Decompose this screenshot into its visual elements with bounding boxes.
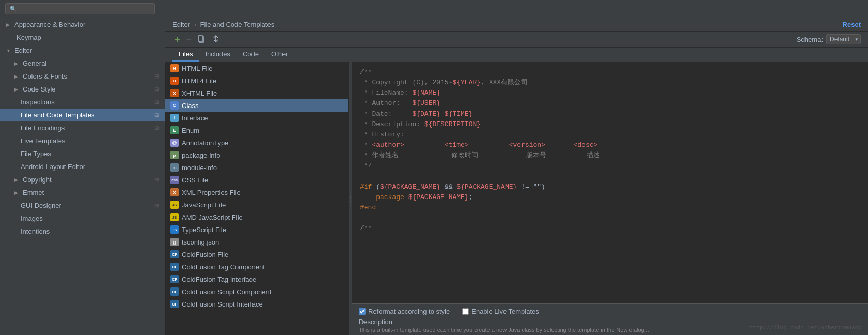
sidebar-label: File Types	[21, 150, 51, 158]
reformat-checkbox[interactable]	[359, 308, 366, 315]
reset-button[interactable]: Reset	[843, 21, 861, 28]
reformat-checkbox-label[interactable]: Reformat according to style	[359, 308, 450, 315]
tabs-bar: Files Includes Code Other	[165, 48, 868, 62]
sidebar-label: Copyright	[23, 176, 52, 184]
file-item-class[interactable]: C Class	[165, 99, 348, 112]
sidebar-item-emmet[interactable]: ▶ Emmet	[0, 186, 165, 199]
toolbar: + −	[165, 32, 868, 48]
code-line	[360, 171, 860, 181]
file-item-cf-tag-interface[interactable]: CF ColdFusion Tag Interface	[165, 273, 348, 285]
settings-icon: ⊟	[154, 203, 159, 208]
move-icon	[212, 35, 220, 43]
file-item-xhtml[interactable]: X XHTML File	[165, 87, 348, 99]
sidebar-item-images[interactable]: Images	[0, 212, 165, 225]
file-item-cf-tag-component[interactable]: CF ColdFusion Tag Component	[165, 261, 348, 273]
tab-other[interactable]: Other	[265, 48, 294, 62]
file-label: ColdFusion File	[182, 251, 228, 258]
file-icon: H	[170, 64, 179, 72]
file-icon: JS	[170, 213, 179, 221]
sidebar-label: Inspections	[21, 98, 55, 106]
tab-files[interactable]: Files	[172, 48, 199, 62]
file-label: package-info	[182, 151, 220, 159]
code-line: #if (${PACKAGE_NAME} && ${PACKAGE_NAME} …	[360, 182, 860, 192]
schema-label: Schema:	[797, 36, 823, 43]
add-button[interactable]: +	[172, 35, 182, 44]
file-item-package-info[interactable]: p package-info	[165, 149, 348, 161]
tab-code[interactable]: Code	[236, 48, 265, 62]
arrow-icon: ▶	[14, 190, 21, 195]
schema-select-wrapper[interactable]: Default ▼	[826, 34, 861, 44]
copy-icon	[197, 35, 206, 43]
code-line: * History:	[360, 130, 860, 140]
sidebar-item-file-encodings[interactable]: File Encodings ⊟	[0, 121, 165, 134]
sidebar-item-live-templates[interactable]: Live Templates	[0, 134, 165, 147]
file-item-annotation[interactable]: @ AnnotationType	[165, 136, 348, 149]
file-label: CSS File	[182, 176, 208, 184]
code-line: * Author: ${USER}	[360, 98, 860, 109]
file-icon: @	[170, 139, 179, 147]
sidebar-item-code-style[interactable]: ▶ Code Style ⊟	[0, 83, 165, 96]
sidebar-label: Appearance & Behavior	[14, 21, 85, 28]
file-item-amd-js[interactable]: JS AMD JavaScript File	[165, 211, 348, 223]
schema-select[interactable]: Default	[826, 34, 861, 44]
code-editor-section: /** * Copyright (C), 2015-${YEAR}, XXX有限…	[352, 62, 868, 335]
sidebar-item-android-layout[interactable]: Android Layout Editor	[0, 160, 165, 173]
search-icon: 🔍	[10, 6, 17, 12]
file-label: Interface	[182, 114, 208, 122]
file-item-module-info[interactable]: m module-info	[165, 161, 348, 174]
file-item-cf-script-interface[interactable]: CF ColdFusion Script Interface	[165, 298, 348, 310]
file-item-html4[interactable]: H HTML4 File	[165, 74, 348, 87]
file-item-interface[interactable]: I Interface	[165, 112, 348, 124]
sidebar-label: Keymap	[17, 34, 41, 41]
sidebar-item-intentions[interactable]: Intentions	[0, 225, 165, 238]
file-item-coldfusion[interactable]: CF ColdFusion File	[165, 248, 348, 261]
file-item-cf-script-component[interactable]: CF ColdFusion Script Component	[165, 285, 348, 298]
file-item-typescript[interactable]: TS TypeScript File	[165, 223, 348, 236]
file-icon: CF	[170, 263, 179, 271]
file-item-css[interactable]: css CSS File	[165, 174, 348, 186]
file-icon: CF	[170, 287, 179, 296]
code-editor[interactable]: /** * Copyright (C), 2015-${YEAR}, XXX有限…	[352, 62, 868, 303]
file-label: HTML File	[182, 65, 212, 72]
sidebar: ▶ Appearance & Behavior Keymap ▼ Editor …	[0, 18, 165, 335]
sidebar-label: File Encodings	[21, 124, 65, 132]
sidebar-item-keymap[interactable]: Keymap	[0, 31, 165, 44]
sidebar-item-general[interactable]: ▶ General	[0, 57, 165, 70]
code-line: * Description: ${DESCRIPTION}	[360, 119, 860, 130]
sidebar-item-appearance[interactable]: ▶ Appearance & Behavior	[0, 18, 165, 31]
sidebar-item-file-code-templates[interactable]: File and Code Templates ⊟	[0, 109, 165, 121]
sidebar-label: Code Style	[23, 85, 56, 93]
file-item-html[interactable]: H HTML File	[165, 62, 348, 74]
file-icon: JS	[170, 201, 179, 209]
live-templates-checkbox-label[interactable]: Enable Live Templates	[462, 308, 539, 315]
header-search-bar: 🔍	[0, 0, 868, 18]
file-label: HTML4 File	[182, 77, 216, 85]
file-label: ColdFusion Script Interface	[182, 300, 263, 308]
file-label: module-info	[182, 164, 217, 172]
sidebar-item-gui-designer[interactable]: GUI Designer ⊟	[0, 199, 165, 212]
sidebar-item-colors-fonts[interactable]: ▶ Colors & Fonts ⊟	[0, 70, 165, 83]
move-button[interactable]	[210, 35, 222, 44]
settings-icon: ⊟	[154, 112, 159, 118]
file-icon: CF	[170, 275, 179, 283]
tab-includes[interactable]: Includes	[199, 48, 236, 62]
sidebar-label: Intentions	[21, 227, 50, 235]
file-icon: m	[170, 163, 179, 172]
sidebar-item-copyright[interactable]: ▶ Copyright ⊟	[0, 173, 165, 186]
sidebar-item-file-types[interactable]: File Types	[0, 147, 165, 160]
file-icon: TS	[170, 225, 179, 234]
sidebar-item-inspections[interactable]: Inspections ⊟	[0, 96, 165, 109]
remove-button[interactable]: −	[184, 35, 193, 43]
copy-button[interactable]	[195, 35, 208, 44]
search-box[interactable]: 🔍	[5, 3, 155, 14]
file-label: ColdFusion Tag Interface	[182, 276, 256, 283]
file-label: TypeScript File	[182, 226, 226, 234]
file-item-enum[interactable]: E Enum	[165, 124, 348, 136]
search-input[interactable]	[20, 5, 150, 12]
sidebar-item-editor[interactable]: ▼ Editor	[0, 44, 165, 57]
file-item-xml[interactable]: X XML Properties File	[165, 186, 348, 199]
live-templates-checkbox[interactable]	[462, 308, 469, 315]
code-line: * Copyright (C), 2015-${YEAR}, XXX有限公司	[360, 78, 860, 88]
file-item-tsconfig[interactable]: {} tsconfig.json	[165, 236, 348, 248]
file-item-javascript[interactable]: JS JavaScript File	[165, 199, 348, 211]
